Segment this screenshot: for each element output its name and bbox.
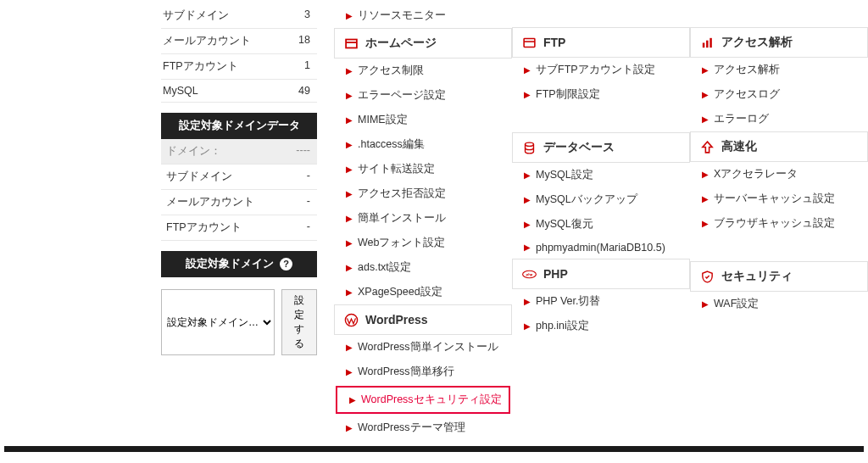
menu-item-wp-security[interactable]: ▶WordPressセキュリティ設定 — [336, 386, 510, 414]
php-icon: php — [521, 266, 537, 282]
menu-item[interactable]: ▶MySQL復元 — [512, 212, 690, 237]
chevron-right-icon: ▶ — [702, 220, 709, 228]
category-ftp[interactable]: FTP — [512, 27, 690, 58]
domain-select-header: 設定対象ドメイン ? — [161, 251, 317, 277]
menu-item[interactable]: ▶アクセスログ — [690, 82, 868, 107]
main-panels: ▶ リソースモニター ホームページ ▶アクセス制限 ▶エラーページ設定 ▶MIM… — [334, 3, 868, 440]
category-title: FTP — [543, 36, 565, 49]
menu-item[interactable]: ▶Webフォント設定 — [334, 231, 512, 255]
menu-item[interactable]: ▶サブFTPアカウント設定 — [512, 58, 690, 82]
menu-item[interactable]: ▶エラーページ設定 — [334, 83, 512, 108]
chevron-right-icon: ▶ — [524, 66, 531, 75]
item-label: アクセス解析 — [714, 63, 780, 77]
domain-select[interactable]: 設定対象ドメイン… — [161, 289, 275, 355]
menu-item[interactable]: ▶エラーログ — [690, 107, 868, 131]
item-label: サブFTPアカウント設定 — [536, 63, 655, 77]
set-domain-button[interactable]: 設定する — [281, 289, 317, 355]
menu-item[interactable]: ▶php.ini設定 — [512, 314, 690, 338]
category-speed[interactable]: 高速化 — [690, 131, 868, 162]
menu-item[interactable]: ▶ads.txt設定 — [334, 255, 512, 280]
item-label: 簡単インストール — [358, 211, 446, 226]
menu-item[interactable]: ▶WordPress簡単インストール — [334, 335, 512, 360]
chevron-right-icon: ▶ — [346, 239, 353, 248]
chevron-right-icon: ▶ — [346, 116, 353, 125]
menu-item[interactable]: ▶WAF設定 — [690, 292, 868, 316]
category-security[interactable]: セキュリティ — [690, 261, 868, 292]
chevron-right-icon: ▶ — [346, 343, 353, 352]
item-label: WordPress簡単インストール — [358, 340, 498, 354]
menu-item[interactable]: ▶MIME設定 — [334, 108, 512, 132]
chevron-right-icon: ▶ — [524, 243, 531, 252]
domain-row: FTPアカウント - — [161, 215, 317, 241]
chevron-right-icon: ▶ — [346, 12, 353, 20]
item-label: MySQL復元 — [536, 217, 593, 232]
item-label: サイト転送設定 — [358, 162, 435, 176]
chevron-right-icon: ▶ — [524, 171, 531, 180]
category-title: データベース — [543, 140, 615, 155]
svg-rect-9 — [706, 40, 708, 47]
category-wordpress[interactable]: WordPress — [334, 304, 512, 335]
stat-row: メールアカウント 18 — [161, 29, 317, 54]
menu-item[interactable]: ▶サイト転送設定 — [334, 157, 512, 181]
menu-item[interactable]: ▶アクセス制限 — [334, 59, 512, 83]
category-title: ホームページ — [365, 36, 437, 51]
category-title: WordPress — [365, 313, 428, 326]
menu-item[interactable]: ▶phpmyadmin(MariaDB10.5) — [512, 237, 690, 259]
menu-item[interactable]: ▶WordPressテーマ管理 — [334, 416, 512, 440]
chevron-right-icon: ▶ — [349, 396, 356, 404]
item-label: .htaccess編集 — [358, 137, 425, 152]
item-label: Xアクセラレータ — [714, 167, 798, 181]
menu-item[interactable]: ▶MySQLバックアップ — [512, 187, 690, 212]
item-label: アクセスログ — [714, 87, 780, 102]
menu-item[interactable]: ▶XPageSpeed設定 — [334, 280, 512, 304]
item-label: MIME設定 — [358, 113, 408, 127]
chevron-right-icon: ▶ — [346, 67, 353, 75]
chevron-right-icon: ▶ — [702, 91, 709, 99]
item-label: MySQL設定 — [536, 168, 593, 182]
category-title: 高速化 — [721, 139, 757, 154]
item-label: アクセス拒否設定 — [358, 187, 446, 201]
stat-value: 1 — [285, 59, 310, 74]
menu-item[interactable]: ▶.htaccess編集 — [334, 132, 512, 157]
menu-item[interactable]: ▶FTP制限設定 — [512, 82, 690, 107]
menu-item[interactable]: ▶MySQL設定 — [512, 163, 690, 187]
stat-label: メールアカウント — [163, 34, 251, 48]
menu-item-resource-monitor[interactable]: ▶ リソースモニター — [334, 3, 512, 28]
menu-item[interactable]: ▶Xアクセラレータ — [690, 162, 868, 187]
category-database[interactable]: データベース — [512, 132, 690, 163]
domain-value: - — [307, 170, 310, 184]
menu-item[interactable]: ▶WordPress簡単移行 — [334, 360, 512, 384]
chevron-right-icon: ▶ — [346, 215, 353, 223]
item-label: アクセス制限 — [358, 64, 424, 78]
menu-item[interactable]: ▶ブラウザキャッシュ設定 — [690, 211, 868, 236]
domain-row: ドメイン： ---- — [161, 139, 317, 165]
homepage-icon — [343, 36, 359, 51]
help-icon[interactable]: ? — [280, 258, 292, 271]
menu-item[interactable]: ▶アクセス拒否設定 — [334, 181, 512, 206]
analytics-icon — [699, 35, 715, 50]
chevron-right-icon: ▶ — [524, 220, 531, 229]
menu-item[interactable]: ▶サーバーキャッシュ設定 — [690, 187, 868, 211]
category-analytics[interactable]: アクセス解析 — [690, 27, 868, 58]
category-homepage[interactable]: ホームページ — [334, 28, 512, 59]
stat-row: FTPアカウント 1 — [161, 54, 317, 80]
menu-item[interactable]: ▶簡単インストール — [334, 206, 512, 231]
menu-item[interactable]: ▶PHP Ver.切替 — [512, 289, 690, 314]
svg-rect-3 — [524, 38, 535, 47]
item-label: ブラウザキャッシュ設定 — [714, 216, 835, 231]
stat-label: MySQL — [163, 85, 198, 97]
item-label: phpmyadmin(MariaDB10.5) — [536, 242, 665, 254]
category-php[interactable]: php PHP — [512, 259, 690, 289]
category-title: セキュリティ — [721, 269, 793, 284]
chevron-right-icon: ▶ — [524, 196, 531, 204]
speed-icon — [699, 139, 715, 154]
chevron-right-icon: ▶ — [702, 66, 709, 75]
database-icon — [521, 140, 537, 155]
stat-label: サブドメイン — [163, 8, 229, 23]
chevron-right-icon: ▶ — [702, 170, 709, 179]
item-label: MySQLバックアップ — [536, 192, 637, 207]
stat-value: 18 — [285, 34, 310, 48]
chevron-right-icon: ▶ — [524, 298, 531, 306]
item-label: php.ini設定 — [536, 319, 589, 333]
menu-item[interactable]: ▶アクセス解析 — [690, 58, 868, 82]
